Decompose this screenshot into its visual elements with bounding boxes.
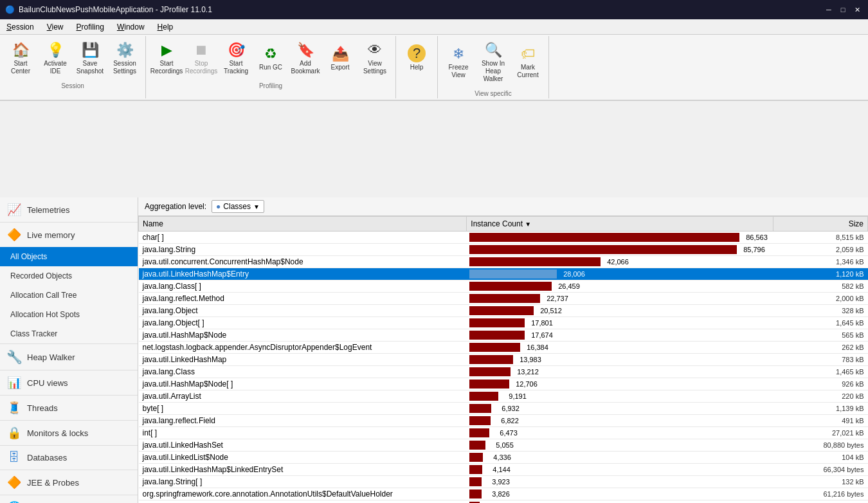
table-row[interactable]: java.lang.reflect.Method 22,737 2,000 kB bbox=[139, 293, 868, 305]
help-button[interactable]: ? Help bbox=[400, 39, 433, 77]
row-count-value: 3,923 bbox=[484, 478, 510, 486]
sidebar-item-databases[interactable]: 🗄 Databases bbox=[0, 446, 138, 470]
table-row[interactable]: int[ ] 6,473 27,021 kB bbox=[139, 427, 868, 439]
header-instance-count[interactable]: Instance Count ▼ bbox=[467, 217, 773, 232]
stop-recordings-icon: ⏹ bbox=[194, 42, 208, 59]
start-center-button[interactable]: 🏠 StartCenter bbox=[4, 39, 37, 78]
table-row[interactable]: java.util.HashMap$Node 17,674 565 kB bbox=[139, 329, 868, 342]
sidebar-item-monitors-locks[interactable]: 🔒 Monitors & locks bbox=[0, 421, 138, 445]
sidebar-section-databases: 🗄 Databases bbox=[0, 446, 138, 470]
start-tracking-icon: 🎯 bbox=[228, 42, 245, 59]
maximize-button[interactable]: □ bbox=[837, 4, 849, 15]
menu-profiling[interactable]: Profiling bbox=[70, 21, 111, 33]
activate-ide-button[interactable]: 💡 ActivateIDE bbox=[39, 39, 72, 78]
table-body: char[ ] 86,563 8,515 kB java.lang.String… bbox=[139, 232, 868, 504]
row-count-value: 28,006 bbox=[559, 270, 585, 278]
sidebar-item-mbeans[interactable]: 🌐 MBeans bbox=[0, 495, 138, 503]
sidebar-threads-label: Threads bbox=[27, 403, 58, 413]
row-size: 262 kB bbox=[773, 342, 867, 354]
session-settings-icon: ⚙️ bbox=[116, 42, 134, 59]
header-name[interactable]: Name bbox=[139, 217, 467, 232]
table-row[interactable]: java.lang.String 85,796 2,059 kB bbox=[139, 244, 868, 256]
table-row[interactable]: java.util.LinkedHashSet 5,055 80,880 byt… bbox=[139, 439, 868, 452]
table-row[interactable]: java.lang.Object 20,512 328 kB bbox=[139, 305, 868, 317]
start-center-icon: 🏠 bbox=[12, 42, 30, 59]
session-settings-button[interactable]: ⚙️ SessionSettings bbox=[108, 39, 141, 78]
row-size: 783 kB bbox=[773, 354, 867, 366]
jee-probes-icon: 🔶 bbox=[6, 475, 22, 489]
close-button[interactable]: ✕ bbox=[851, 4, 863, 15]
table-row[interactable]: org.springframework.core.annotation.Anno… bbox=[139, 488, 868, 500]
menu-help[interactable]: Help bbox=[151, 21, 180, 33]
aggregation-bar: Aggregation level: ● Classes ▼ bbox=[138, 197, 868, 216]
row-count-bar: 12,706 bbox=[467, 378, 773, 390]
menu-window[interactable]: Window bbox=[111, 21, 151, 33]
table-row[interactable]: java.lang.String[ ] 3,923 132 kB bbox=[139, 476, 868, 488]
table-row[interactable]: java.lang.Class 13,212 1,465 kB bbox=[139, 366, 868, 378]
table-row[interactable]: java.util.LinkedHashMap$LinkedEntrySet 4… bbox=[139, 464, 868, 476]
sidebar-item-threads[interactable]: 🧵 Threads bbox=[0, 396, 138, 420]
start-recordings-icon: ▶ bbox=[161, 42, 172, 59]
databases-icon: 🗄 bbox=[6, 451, 22, 464]
row-count-value: 13,212 bbox=[513, 368, 539, 376]
data-table[interactable]: Name Instance Count ▼ Size char[ ] 86,56… bbox=[138, 216, 868, 503]
row-size: 80,880 bytes bbox=[773, 439, 867, 452]
mark-current-button[interactable]: 🏷 MarkCurrent bbox=[511, 42, 545, 82]
row-count-value: 26,459 bbox=[554, 282, 580, 290]
row-size: 328 kB bbox=[773, 305, 867, 317]
sidebar-item-all-objects[interactable]: All Objects bbox=[0, 247, 138, 266]
sidebar-item-jee-probes[interactable]: 🔶 JEE & Probes bbox=[0, 470, 138, 495]
table-row[interactable]: net.logstash.logback.appender.AsyncDisru… bbox=[139, 342, 868, 354]
table-row[interactable]: java.util.HashMap$Node[ ] 12,706 926 kB bbox=[139, 378, 868, 390]
menu-session[interactable]: Session bbox=[0, 21, 41, 33]
stop-recordings-button[interactable]: ⏹ StopRecordings bbox=[185, 39, 218, 78]
sidebar-item-allocation-hot-spots[interactable]: Allocation Hot Spots bbox=[0, 305, 138, 324]
table-row[interactable]: java.lang.Object[ ] 17,801 1,645 kB bbox=[139, 317, 868, 329]
sidebar-item-class-tracker[interactable]: Class Tracker bbox=[0, 324, 138, 343]
export-button[interactable]: 📤 Export bbox=[323, 39, 357, 78]
activate-ide-icon: 💡 bbox=[47, 42, 64, 59]
class-tracker-label: Class Tracker bbox=[10, 329, 57, 338]
sidebar-item-recorded-objects[interactable]: Recorded Objects bbox=[0, 266, 138, 286]
toolbar-view-specific-label: View specific bbox=[475, 90, 512, 97]
sidebar-item-telemetries[interactable]: 📈 Telemetries bbox=[0, 197, 138, 222]
row-name: java.lang.Class bbox=[139, 366, 467, 378]
table-row[interactable]: java.lang.Class[ ] 26,459 582 kB bbox=[139, 280, 868, 293]
run-gc-button[interactable]: ♻ Run GC bbox=[254, 39, 287, 78]
show-in-heap-walker-button[interactable]: 🔍 Show InHeap Walker bbox=[476, 39, 510, 86]
table-row[interactable]: java.util.LinkedHashMap 13,983 783 kB bbox=[139, 354, 868, 366]
table-row[interactable]: java.util.ArrayList 9,191 220 kB bbox=[139, 390, 868, 403]
svg-line-0 bbox=[264, 137, 288, 149]
title-bar-controls[interactable]: ─ □ ✕ bbox=[823, 4, 863, 15]
table-row[interactable]: java.lang.reflect.Field 6,822 491 kB bbox=[139, 415, 868, 427]
row-count-value: 86,563 bbox=[742, 233, 768, 241]
table-row[interactable]: char[ ] 86,563 8,515 kB bbox=[139, 232, 868, 244]
minimize-button[interactable]: ─ bbox=[823, 4, 835, 15]
sidebar-item-allocation-call-tree[interactable]: Allocation Call Tree bbox=[0, 286, 138, 305]
row-name: net.logstash.logback.appender.AsyncDisru… bbox=[139, 342, 467, 354]
row-count-value: 17,674 bbox=[527, 331, 553, 339]
sidebar-cpu-views-label: CPU views bbox=[27, 378, 68, 388]
sidebar-item-live-memory[interactable]: 🔶 Live memory bbox=[0, 223, 138, 247]
table-row[interactable]: java.util.LinkedHashMap$Entry 28,006 1,1… bbox=[139, 268, 868, 280]
table-row[interactable]: java.util.concurrent.ConcurrentHashMap$N… bbox=[139, 256, 868, 268]
content-area: Aggregation level: ● Classes ▼ Name Inst… bbox=[138, 197, 868, 503]
start-recordings-button[interactable]: ▶ StartRecordings bbox=[150, 39, 183, 78]
menu-view[interactable]: View bbox=[41, 21, 70, 33]
add-bookmark-button[interactable]: 🔖 AddBookmark bbox=[289, 39, 322, 78]
aggregation-select[interactable]: ● Classes ▼ bbox=[212, 200, 264, 213]
row-count-bar: 6,473 bbox=[467, 427, 773, 439]
table-row[interactable]: java.util.LinkedList$Node 4,336 104 kB bbox=[139, 452, 868, 464]
sidebar-item-heap-walker[interactable]: 🔧 Heap Walker bbox=[0, 344, 138, 370]
table-row[interactable]: java.lang.reflect.Constructor 3,377 270 … bbox=[139, 500, 868, 504]
header-size[interactable]: Size bbox=[773, 217, 867, 232]
table-row[interactable]: byte[ ] 6,932 1,139 kB bbox=[139, 403, 868, 415]
row-count-bar: 17,801 bbox=[467, 317, 773, 329]
row-count-value: 3,826 bbox=[484, 490, 510, 498]
freeze-view-button[interactable]: ❄ FreezeView bbox=[442, 42, 475, 82]
save-snapshot-button[interactable]: 💾 SaveSnapshot bbox=[73, 39, 107, 78]
toolbar-group-profiling: ▶ StartRecordings ⏹ StopRecordings 🎯 Sta… bbox=[146, 36, 396, 98]
view-settings-button[interactable]: 👁 ViewSettings bbox=[358, 39, 392, 78]
start-tracking-button[interactable]: 🎯 StartTracking bbox=[219, 39, 253, 78]
sidebar-item-cpu-views[interactable]: 📊 CPU views bbox=[0, 370, 138, 395]
